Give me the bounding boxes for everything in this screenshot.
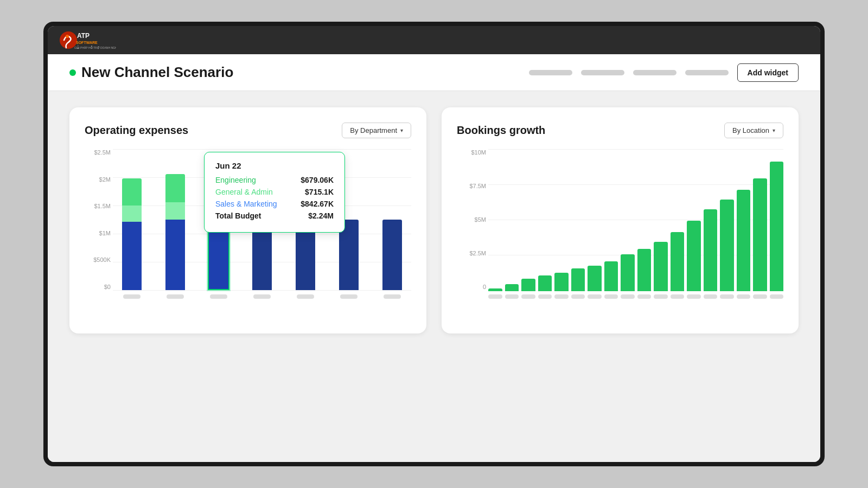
bar6-label — [340, 294, 358, 299]
booking-bar-6 — [571, 268, 585, 299]
scenario-title: New Channel Scenario — [69, 64, 233, 81]
booking-bar-9 — [621, 254, 635, 299]
bbar6 — [571, 268, 585, 291]
bbar3-label — [521, 294, 535, 299]
y-label-75m: $7.5M — [457, 183, 486, 189]
bar1-base — [122, 222, 142, 290]
bar2-base — [165, 220, 185, 290]
bbar17-label — [753, 294, 767, 299]
bbar12 — [671, 232, 685, 291]
bbar11 — [654, 242, 668, 291]
bar7-label — [384, 294, 401, 299]
tooltip-row-engineering: Engineering $679.06K — [215, 176, 334, 184]
tooltip-value-sales: $842.67K — [301, 200, 334, 208]
nav-pill-3 — [633, 70, 676, 75]
tooltip-row-total: Total Budget $2.24M — [215, 211, 334, 220]
bbar7 — [588, 266, 602, 291]
booking-bar-12 — [671, 232, 685, 299]
bbar5 — [554, 273, 569, 291]
opex-bar-7 — [373, 220, 411, 299]
chevron-down-icon-2: ▾ — [773, 127, 775, 133]
bbar2 — [505, 284, 519, 291]
bbar13 — [687, 221, 701, 291]
opex-widget-header: Operating expenses By Department ▾ — [85, 123, 411, 138]
bbar10 — [637, 249, 652, 291]
bbar16-label — [737, 294, 751, 299]
bbar18 — [770, 162, 784, 291]
booking-bar-13 — [687, 221, 701, 299]
bar1-general — [122, 206, 142, 222]
booking-bar-5 — [554, 273, 569, 299]
tooltip-label-engineering: Engineering — [215, 176, 256, 184]
bbar14-label — [704, 294, 718, 299]
bookings-location-dropdown[interactable]: By Location ▾ — [724, 123, 783, 138]
bbar4 — [538, 275, 552, 291]
y-label-500k: $500K — [85, 256, 111, 263]
svg-text:ATP: ATP — [77, 32, 90, 40]
logo-area: ATP SOFTWARE GIẢI PHÁP HỖ TRỢ DOANH NGHI… — [56, 29, 116, 51]
tooltip-label-general: General & Admin — [215, 188, 273, 196]
page-title: New Channel Scenario — [81, 64, 233, 81]
add-widget-button[interactable]: Add widget — [737, 63, 799, 82]
bbar1 — [488, 288, 502, 291]
bbar9 — [621, 254, 635, 291]
bbar1-label — [488, 294, 502, 299]
booking-bar-7 — [588, 266, 602, 299]
bbar12-label — [671, 294, 685, 299]
bar4-label — [253, 294, 271, 299]
y-label-25m-b: $2.5M — [457, 250, 486, 256]
svg-text:SOFTWARE: SOFTWARE — [76, 41, 98, 44]
y-label-25m: $2.5M — [85, 149, 111, 156]
bbar3 — [521, 279, 535, 291]
bbar16 — [737, 190, 751, 291]
bbar18-label — [770, 294, 784, 299]
bbar15 — [720, 200, 734, 291]
bbar8-label — [604, 294, 618, 299]
device-frame: ATP SOFTWARE GIẢI PHÁP HỖ TRỢ DOANH NGHI… — [43, 22, 825, 466]
bbar6-label — [571, 294, 585, 299]
bookings-title: Bookings growth — [457, 124, 545, 137]
booking-bar-8 — [604, 261, 618, 299]
booking-bar-16 — [737, 190, 751, 299]
opex-bar-1 — [113, 178, 151, 299]
opex-tooltip: Jun 22 Engineering $679.06K General & Ad… — [204, 152, 345, 233]
nav-pill-2 — [581, 70, 624, 75]
bar3-label — [210, 294, 227, 299]
opex-bar-2 — [156, 174, 194, 299]
bbar11-label — [654, 294, 668, 299]
opex-department-dropdown[interactable]: By Department ▾ — [342, 123, 411, 138]
bar5-label — [297, 294, 314, 299]
bookings-widget-header: Bookings growth By Location ▾ — [457, 123, 783, 138]
booking-bar-14 — [704, 209, 718, 299]
bbar9-label — [621, 294, 635, 299]
bbar4-label — [538, 294, 552, 299]
active-indicator — [69, 69, 76, 76]
main-content: New Channel Scenario Add widget Operatin… — [48, 54, 820, 462]
tooltip-row-sales: Sales & Marketing $842.67K — [215, 200, 334, 208]
bbar7-label — [588, 294, 602, 299]
svg-text:GIẢI PHÁP HỖ TRỢ DOANH NGHIỆP: GIẢI PHÁP HỖ TRỢ DOANH NGHIỆP — [74, 45, 116, 49]
tooltip-total-label: Total Budget — [215, 211, 261, 220]
header-bar: New Channel Scenario Add widget — [48, 54, 820, 91]
booking-bar-11 — [654, 242, 668, 299]
y-label-2m: $2M — [85, 176, 111, 183]
tooltip-value-general: $715.1K — [305, 188, 334, 196]
opex-widget: Operating expenses By Department ▾ $2.5M — [69, 107, 426, 333]
booking-bar-18 — [770, 162, 784, 299]
tooltip-total-value: $2.24M — [308, 211, 334, 220]
bbar10-label — [637, 294, 652, 299]
opex-title: Operating expenses — [85, 124, 188, 137]
bbar17 — [753, 178, 767, 291]
header-right: Add widget — [529, 63, 799, 82]
bar7-base — [382, 220, 402, 290]
top-bar: ATP SOFTWARE GIẢI PHÁP HỖ TRỢ DOANH NGHI… — [48, 26, 820, 54]
y-label-10m: $10M — [457, 149, 486, 156]
tooltip-row-general: General & Admin $715.1K — [215, 188, 334, 196]
dashboard-area: Operating expenses By Department ▾ $2.5M — [48, 91, 820, 350]
bar1-label — [123, 294, 141, 299]
bbar5-label — [554, 294, 569, 299]
screen: ATP SOFTWARE GIẢI PHÁP HỖ TRỢ DOANH NGHI… — [48, 26, 820, 462]
bar1-engineering — [122, 178, 142, 206]
y-label-1m: $1M — [85, 230, 111, 236]
svg-point-1 — [66, 35, 69, 38]
